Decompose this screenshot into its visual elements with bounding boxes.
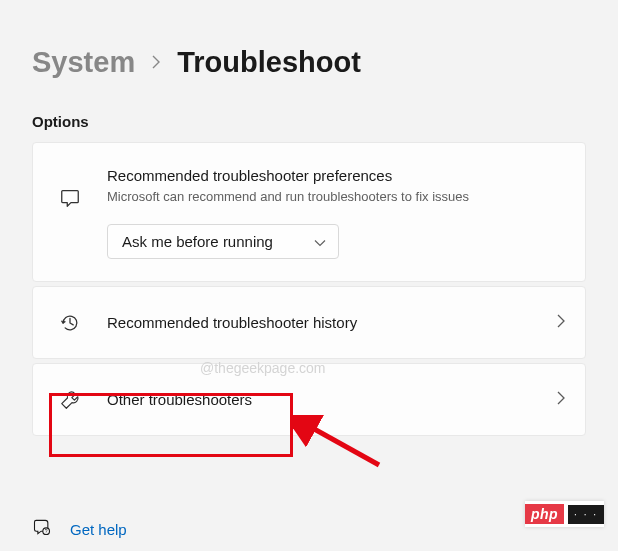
pref-card-title: Recommended troubleshooter preferences — [107, 165, 565, 186]
breadcrumb: System Troubleshoot — [32, 46, 586, 79]
chevron-right-icon — [151, 53, 161, 74]
chevron-right-icon — [557, 314, 565, 332]
breadcrumb-current: Troubleshoot — [177, 46, 361, 79]
pref-dropdown-value: Ask me before running — [122, 233, 273, 250]
pref-card: Recommended troubleshooter preferences M… — [32, 142, 586, 282]
get-help-row[interactable]: ? Get help — [32, 517, 127, 541]
php-badge: php · · · — [525, 501, 604, 527]
history-icon — [57, 312, 83, 334]
svg-text:?: ? — [45, 528, 48, 534]
wrench-icon — [57, 389, 83, 411]
other-troubleshooters-card[interactable]: Other troubleshooters — [32, 363, 586, 436]
chevron-down-icon — [314, 233, 326, 250]
history-card[interactable]: Recommended troubleshooter history — [32, 286, 586, 359]
history-card-title: Recommended troubleshooter history — [107, 312, 545, 333]
pref-dropdown[interactable]: Ask me before running — [107, 224, 339, 259]
help-icon: ? — [32, 517, 52, 541]
pref-card-subtitle: Microsoft can recommend and run troubles… — [107, 188, 565, 206]
get-help-link[interactable]: Get help — [70, 521, 127, 538]
chevron-right-icon — [557, 391, 565, 409]
php-badge-right: · · · — [568, 505, 604, 524]
chat-icon — [57, 187, 83, 209]
section-label-options: Options — [32, 113, 586, 130]
php-badge-left: php — [525, 504, 564, 524]
other-card-title: Other troubleshooters — [107, 389, 545, 410]
breadcrumb-parent[interactable]: System — [32, 46, 135, 79]
